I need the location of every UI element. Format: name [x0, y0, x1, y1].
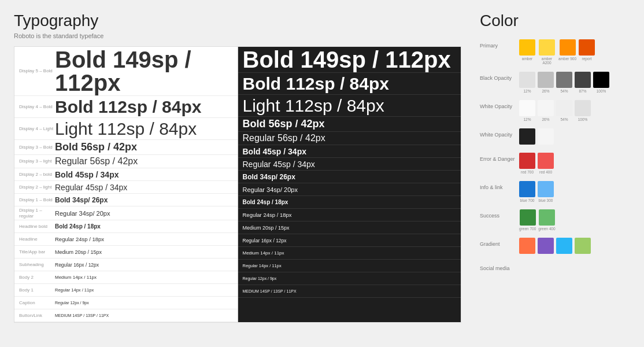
- swatch-wrap-2-3: 100%: [575, 100, 591, 121]
- swatch-wrap-0-3: report: [579, 39, 595, 65]
- type-label-light-11: Title/App bar: [19, 249, 55, 255]
- swatch-label-6-1: green 400: [538, 227, 555, 231]
- color-group-label-2: White Opacity: [480, 100, 519, 109]
- swatch-label-2-1: 26%: [542, 117, 549, 121]
- swatch-wrap-3-1: [538, 128, 554, 146]
- type-sample-dark-12: Regular 16px / 12px: [243, 238, 457, 243]
- swatch-label-1-3: 87%: [579, 89, 586, 93]
- type-label-light-15: Caption: [19, 300, 55, 306]
- type-row-light-0: Display 5 – BoldBold 149sp / 112px: [14, 47, 238, 96]
- swatch-wrap-7-3: [575, 238, 591, 255]
- swatch-label-2-2: 54%: [560, 117, 568, 121]
- type-row-light-14: Body 1Regular 14px / 11px: [14, 284, 238, 297]
- swatch-1-0: [519, 72, 535, 88]
- type-table: Display 5 – BoldBold 149sp / 112pxDispla…: [14, 46, 461, 323]
- typography-title: Typography: [14, 12, 461, 30]
- swatch-1-4: [593, 72, 609, 88]
- swatch-5-1: [538, 181, 554, 197]
- swatch-label-6-0: green 700: [519, 227, 536, 231]
- type-row-light-1: Display 4 – BoldBold 112sp / 84px: [14, 96, 238, 118]
- type-label-light-0: Display 5 – Bold: [19, 68, 55, 74]
- swatch-0-0: [519, 39, 535, 56]
- type-col-dark: Bold 149sp / 112pxBold 112sp / 84pxLight…: [238, 47, 461, 322]
- type-sample-light-0: Bold 149sp / 112px: [55, 48, 233, 94]
- type-sample-dark-6: Regular 45sp / 34px: [243, 160, 457, 169]
- type-row-light-3: Display 3 – BoldBold 56sp / 42px: [14, 140, 238, 155]
- swatch-7-2: [556, 238, 572, 254]
- color-title: Color: [480, 12, 630, 30]
- type-label-light-14: Body 1: [19, 287, 55, 293]
- type-row-dark-14: Regular 14px / 11px: [238, 260, 461, 272]
- swatch-label-2-3: 100%: [578, 117, 588, 121]
- swatch-label-0-3: report: [582, 57, 592, 61]
- swatch-label-4-0: red 700: [521, 170, 534, 174]
- swatch-wrap-1-2: 54%: [556, 72, 572, 93]
- swatch-label-0-2: amber 900: [558, 57, 576, 61]
- type-row-light-4: Display 3 – lightRegular 56sp / 42px: [14, 155, 238, 168]
- swatch-3-0: [519, 128, 535, 145]
- type-sample-light-15: Regular 12px / 9px: [55, 301, 233, 305]
- swatch-7-0: [519, 238, 535, 254]
- type-row-light-16: Button/LinkMedium 14sp / 13sp / 11px: [14, 309, 238, 322]
- color-swatches-5: blue 700blue 300: [519, 181, 554, 202]
- color-swatches-4: red 700red 400: [519, 153, 554, 174]
- type-sample-dark-10: Regular 24sp / 18px: [243, 212, 457, 218]
- type-sample-light-1: Bold 112sp / 84px: [55, 97, 233, 116]
- type-label-light-1: Display 4 – Bold: [19, 104, 55, 110]
- type-sample-dark-0: Bold 149sp / 112px: [243, 48, 457, 71]
- swatch-6-0: [520, 209, 536, 226]
- swatch-wrap-6-1: green 400: [538, 209, 555, 231]
- swatch-wrap-2-2: 54%: [556, 100, 572, 121]
- color-group-label-1: Black Opacity: [480, 72, 519, 81]
- color-group-0: Primaryamberamber A200amber 900report: [480, 39, 630, 65]
- swatch-label-0-1: amber A200: [538, 57, 556, 65]
- type-sample-light-3: Bold 56sp / 42px: [55, 141, 233, 153]
- swatch-2-2: [556, 100, 572, 116]
- type-row-light-15: CaptionRegular 12px / 9px: [14, 297, 238, 309]
- swatch-7-3: [575, 238, 591, 254]
- swatch-wrap-0-2: amber 900: [558, 39, 576, 65]
- swatch-2-0: [519, 100, 535, 116]
- color-group-1: Black Opacity12%26%54%87%100%: [480, 72, 630, 93]
- type-row-dark-4: Regular 56sp / 42px: [238, 132, 461, 145]
- swatch-6-1: [539, 209, 555, 226]
- swatch-0-2: [560, 39, 576, 56]
- type-sample-light-16: Medium 14sp / 13sp / 11px: [55, 313, 233, 318]
- type-sample-light-14: Regular 14px / 11px: [55, 287, 233, 293]
- type-col-light: Display 5 – BoldBold 149sp / 112pxDispla…: [14, 47, 238, 322]
- type-sample-dark-14: Regular 14px / 11px: [243, 263, 457, 268]
- swatch-7-1: [538, 238, 554, 254]
- color-group-label-5: Info & link: [480, 181, 519, 190]
- type-sample-dark-16: Medium 14sp / 13sp / 11px: [243, 289, 457, 293]
- swatch-label-5-1: blue 300: [539, 198, 553, 202]
- swatch-label-1-1: 26%: [542, 89, 549, 93]
- type-row-dark-9: Bold 24sp / 18px: [238, 196, 461, 209]
- color-group-label-4: Error & Danger: [480, 153, 519, 162]
- type-row-dark-15: Regular 12px / 9px: [238, 272, 461, 285]
- type-row-dark-8: Regular 34sp/ 20px: [238, 183, 461, 196]
- swatch-wrap-4-0: red 700: [519, 153, 535, 174]
- type-sample-light-2: Light 112sp / 84px: [55, 119, 233, 138]
- swatch-label-1-4: 100%: [597, 89, 606, 93]
- swatch-wrap-1-4: 100%: [593, 72, 609, 93]
- type-row-dark-5: Bold 45sp / 34px: [238, 145, 461, 158]
- type-label-light-9: Headline bold: [19, 224, 55, 230]
- color-swatches-7: [519, 238, 591, 255]
- color-swatches-3: [519, 128, 554, 146]
- type-label-light-3: Display 3 – Bold: [19, 145, 55, 150]
- swatch-label-1-2: 54%: [560, 89, 568, 93]
- swatch-wrap-3-0: [519, 128, 535, 146]
- swatch-label-1-0: 12%: [523, 89, 531, 93]
- swatch-4-1: [538, 153, 554, 169]
- type-row-light-6: Display 2 – lightRegular 45sp / 34px: [14, 181, 238, 194]
- type-sample-light-4: Regular 56sp / 42px: [55, 156, 233, 167]
- color-group-label-3: White Opacity: [480, 128, 519, 138]
- type-sample-light-6: Regular 45sp / 34px: [55, 183, 233, 192]
- color-section: Color Primaryamberamber A200amber 900rep…: [480, 12, 630, 323]
- swatch-wrap-1-1: 26%: [538, 72, 554, 93]
- swatch-wrap-7-2: [556, 238, 572, 255]
- type-label-light-6: Display 2 – light: [19, 184, 55, 190]
- type-label-light-5: Display 2 – bold: [19, 172, 55, 178]
- swatch-1-1: [538, 72, 554, 88]
- type-row-light-8: Display 1 – regularRegular 34sp/ 20px: [14, 206, 238, 220]
